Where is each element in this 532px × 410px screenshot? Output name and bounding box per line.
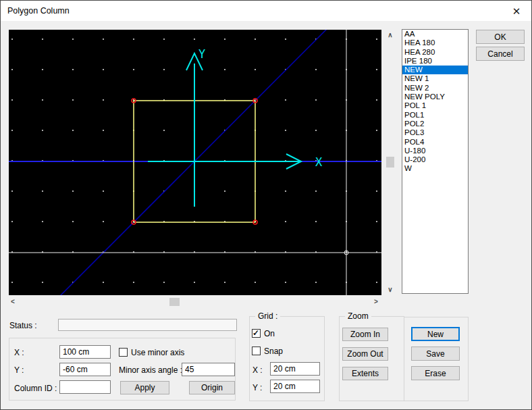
grid-dot bbox=[376, 69, 377, 70]
zoom-in-button[interactable]: Zoom In bbox=[342, 328, 388, 341]
grid-dot bbox=[315, 221, 317, 222]
list-item[interactable]: POL1 bbox=[402, 111, 468, 120]
grid-dot bbox=[376, 221, 377, 222]
grid-dot bbox=[11, 130, 13, 131]
list-item[interactable]: POL3 bbox=[402, 128, 468, 137]
list-item[interactable]: U-180 bbox=[402, 147, 468, 155]
scroll-left-icon[interactable]: < bbox=[7, 297, 18, 307]
list-item[interactable]: NEW 2 bbox=[402, 84, 468, 93]
grid-dot bbox=[11, 69, 13, 70]
grid-dot bbox=[42, 69, 43, 70]
grid-dot bbox=[255, 39, 256, 40]
list-item[interactable]: POL2 bbox=[402, 120, 468, 128]
list-item[interactable]: W bbox=[402, 164, 468, 173]
list-item[interactable]: HEA 280 bbox=[402, 48, 468, 57]
grid-dot bbox=[11, 99, 13, 101]
grid-snap-label: Snap bbox=[264, 347, 283, 356]
grid-dot bbox=[285, 190, 286, 192]
scroll-right-icon[interactable]: > bbox=[371, 297, 381, 307]
grid-dot bbox=[133, 39, 134, 40]
list-item[interactable]: NEW 1 bbox=[402, 74, 468, 83]
cancel-button[interactable]: Cancel bbox=[476, 47, 525, 61]
y-axis-label: Y bbox=[198, 47, 205, 61]
grid-dot bbox=[103, 130, 104, 131]
grid-dot bbox=[376, 99, 377, 101]
close-button[interactable]: ✕ bbox=[510, 5, 523, 18]
extents-button[interactable]: Extents bbox=[342, 367, 388, 380]
erase-button[interactable]: Erase bbox=[411, 366, 460, 380]
column-id-input[interactable] bbox=[59, 380, 111, 394]
grid-dot bbox=[376, 39, 377, 40]
list-item[interactable]: IPE 180 bbox=[402, 57, 468, 66]
grid-on-label: On bbox=[264, 329, 275, 338]
scroll-up-icon[interactable]: ∧ bbox=[385, 30, 396, 41]
x-input[interactable] bbox=[59, 345, 111, 359]
drawing-canvas[interactable]: XY bbox=[9, 30, 381, 295]
cad-view: XY bbox=[9, 30, 381, 295]
grid-dot bbox=[103, 282, 104, 283]
horizontal-scrollbar[interactable]: < > bbox=[7, 297, 381, 307]
use-minor-axis-label: Use minor axis bbox=[131, 348, 184, 357]
grid-dot bbox=[103, 221, 104, 222]
grid-dot bbox=[315, 190, 317, 192]
v-scroll-thumb[interactable] bbox=[386, 157, 394, 168]
grid-dot bbox=[285, 282, 286, 283]
grid-dot bbox=[72, 69, 74, 70]
window-title: Polygon Column bbox=[7, 6, 70, 16]
grid-dot bbox=[72, 221, 74, 222]
grid-dot bbox=[133, 282, 134, 283]
scroll-down-icon[interactable]: ∨ bbox=[385, 284, 396, 295]
grid-dot bbox=[376, 130, 377, 131]
grid-dot bbox=[72, 39, 74, 40]
ok-button[interactable]: OK bbox=[476, 30, 525, 44]
save-button[interactable]: Save bbox=[411, 347, 460, 361]
close-icon: ✕ bbox=[512, 5, 521, 17]
grid-dot bbox=[376, 190, 377, 192]
list-item[interactable]: NEW POLY bbox=[402, 93, 468, 101]
h-scroll-thumb[interactable] bbox=[169, 298, 180, 306]
list-item[interactable]: AA bbox=[402, 30, 468, 39]
grid-dot bbox=[133, 69, 134, 70]
list-item[interactable]: HEA 180 bbox=[402, 39, 468, 47]
origin-button[interactable]: Origin bbox=[189, 381, 235, 394]
list-item[interactable]: POL4 bbox=[402, 138, 468, 147]
list-item[interactable]: POL 1 bbox=[402, 101, 468, 110]
grid-dot bbox=[224, 282, 225, 283]
list-item[interactable]: U-200 bbox=[402, 155, 468, 164]
grid-y-input[interactable] bbox=[270, 380, 320, 393]
grid-dot bbox=[285, 99, 286, 101]
grid-dot bbox=[103, 99, 104, 101]
grid-dot bbox=[11, 190, 13, 192]
grid-dot bbox=[224, 39, 225, 40]
grid-dot bbox=[376, 282, 377, 283]
grid-dot bbox=[163, 130, 165, 131]
apply-button[interactable]: Apply bbox=[120, 381, 169, 394]
new-button[interactable]: New bbox=[411, 327, 460, 341]
grid-dot bbox=[224, 190, 225, 192]
grid-dot bbox=[315, 282, 317, 283]
use-minor-axis-checkbox[interactable] bbox=[119, 348, 128, 357]
grid-dot bbox=[72, 130, 74, 131]
grid-dot bbox=[285, 39, 286, 40]
section-listbox[interactable]: AAHEA 180HEA 280IPE 180NEWNEW 1NEW 2NEW … bbox=[402, 29, 469, 294]
grid-on-checkbox[interactable] bbox=[252, 329, 261, 338]
grid-x-input[interactable] bbox=[270, 362, 320, 376]
x-axis-label: X bbox=[315, 155, 323, 169]
grid-dot bbox=[285, 130, 286, 131]
zoom-out-button[interactable]: Zoom Out bbox=[342, 347, 388, 361]
grid-dot bbox=[224, 69, 225, 70]
grid-dot bbox=[72, 190, 74, 192]
grid-dot bbox=[42, 190, 43, 192]
grid-x-label: X : bbox=[252, 365, 263, 375]
grid-dot bbox=[163, 39, 165, 40]
y-input[interactable] bbox=[59, 363, 111, 376]
grid-dot bbox=[315, 130, 317, 131]
grid-group-legend: Grid : bbox=[255, 311, 280, 321]
list-item[interactable]: NEW bbox=[402, 66, 468, 74]
grid-dot bbox=[103, 69, 104, 70]
title-bar: Polygon Column ✕ bbox=[1, 1, 531, 21]
vertical-scrollbar[interactable]: ∧ ∨ bbox=[385, 30, 396, 295]
minor-axis-angle-input[interactable] bbox=[182, 363, 235, 376]
grid-y-label: Y : bbox=[252, 383, 262, 392]
grid-snap-checkbox[interactable] bbox=[252, 347, 261, 355]
